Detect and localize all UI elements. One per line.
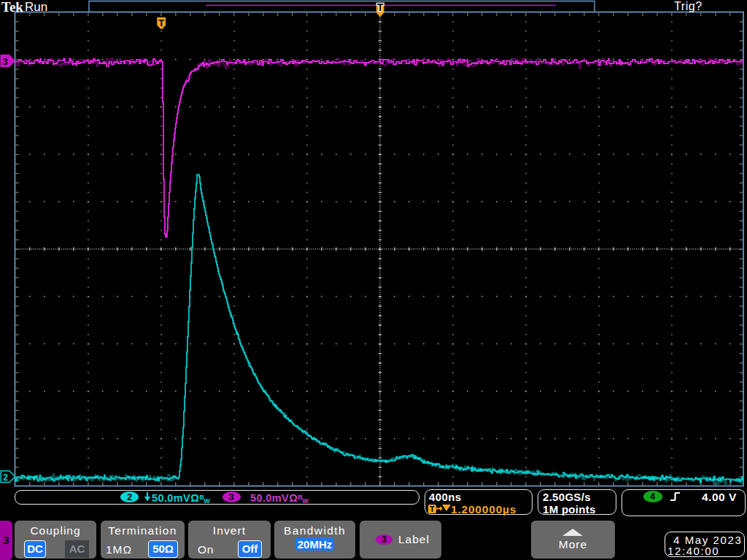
svg-text:T: T xyxy=(158,18,164,28)
svg-text:T: T xyxy=(377,1,384,13)
svg-text:2: 2 xyxy=(3,472,8,483)
svg-text:3: 3 xyxy=(2,56,7,67)
